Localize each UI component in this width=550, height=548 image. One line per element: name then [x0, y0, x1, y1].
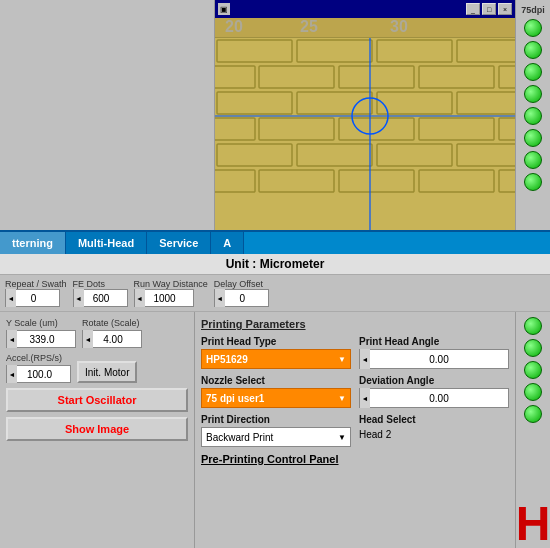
- left-controls-panel: Y Scale (um) ◄ Rotate (Scale) ◄: [0, 312, 195, 548]
- fe-dots-decrement[interactable]: ◄: [74, 289, 84, 307]
- deviation-angle-input[interactable]: [370, 393, 508, 404]
- fe-dots-spinner[interactable]: ◄: [73, 289, 128, 307]
- runway-distance-label: Run Way Distance: [134, 279, 208, 289]
- nozzle-select-group: Nozzle Select 75 dpi user1 ▼: [201, 375, 351, 408]
- titlebar-btns: _ □ ×: [466, 3, 512, 15]
- accel-label: Accel.(RPS/s): [6, 353, 71, 363]
- fe-dots-group: FE Dots ◄: [73, 279, 128, 307]
- svg-rect-13: [215, 118, 255, 140]
- print-head-angle-spinner[interactable]: ◄: [359, 349, 509, 369]
- repeat-swath-decrement[interactable]: ◄: [6, 289, 16, 307]
- print-head-type-label: Print Head Type: [201, 336, 351, 347]
- svg-rect-2: [377, 40, 452, 62]
- repeat-swath-spinner[interactable]: ◄: [5, 289, 60, 307]
- maximize-button[interactable]: □: [482, 3, 496, 15]
- repeat-swath-group: Repeat / Swath ◄: [5, 279, 67, 307]
- tab-a[interactable]: A: [211, 232, 244, 254]
- runway-distance-decrement[interactable]: ◄: [135, 289, 145, 307]
- image-panel: ▣ _ □ × 20 25 30: [215, 0, 515, 230]
- y-scale-label: Y Scale (um): [6, 318, 76, 328]
- print-head-type-value: HP51629: [206, 354, 338, 365]
- dpi-label: 75dpi: [521, 5, 545, 15]
- accel-input[interactable]: [17, 369, 62, 380]
- svg-rect-7: [419, 66, 494, 88]
- ruler-num-20: 20: [225, 18, 243, 36]
- accel-decrement[interactable]: ◄: [7, 365, 17, 383]
- svg-rect-25: [419, 170, 494, 192]
- accel-spinner[interactable]: ◄: [6, 365, 71, 383]
- show-image-button[interactable]: Show Image: [6, 417, 188, 441]
- led-5: [524, 107, 542, 125]
- tab-tterning[interactable]: tterning: [0, 232, 66, 254]
- brick-pattern: [215, 38, 515, 230]
- tab-service[interactable]: Service: [147, 232, 211, 254]
- svg-rect-0: [217, 40, 292, 62]
- print-direction-dropdown[interactable]: Backward Print ▼: [201, 427, 351, 447]
- printing-params-title: Printing Parameters: [201, 318, 509, 330]
- print-head-type-dropdown[interactable]: HP51629 ▼: [201, 349, 351, 369]
- nozzle-select-arrow: ▼: [338, 394, 346, 403]
- print-direction-value: Backward Print: [206, 432, 338, 443]
- led-b1: [524, 317, 542, 335]
- led-4: [524, 85, 542, 103]
- init-motor-button[interactable]: Init. Motor: [77, 361, 137, 383]
- led-3: [524, 63, 542, 81]
- titlebar-icon: ▣: [218, 3, 230, 15]
- svg-rect-26: [499, 170, 515, 192]
- print-direction-arrow: ▼: [338, 433, 346, 442]
- print-direction-group: Print Direction Backward Print ▼: [201, 414, 351, 447]
- y-scale-spinner[interactable]: ◄: [6, 330, 76, 348]
- svg-rect-20: [377, 144, 452, 166]
- svg-rect-15: [339, 118, 414, 140]
- led-6: [524, 129, 542, 147]
- led-7: [524, 151, 542, 169]
- runway-distance-spinner[interactable]: ◄: [134, 289, 194, 307]
- y-scale-group: Y Scale (um) ◄: [6, 318, 76, 348]
- repeat-swath-input[interactable]: [16, 293, 51, 304]
- y-scale-input[interactable]: [17, 334, 67, 345]
- rotate-spinner[interactable]: ◄: [82, 330, 142, 348]
- print-head-angle-decrement[interactable]: ◄: [360, 349, 370, 369]
- led-b4: [524, 383, 542, 401]
- runway-distance-group: Run Way Distance ◄: [134, 279, 208, 307]
- delay-offset-spinner[interactable]: ◄: [214, 289, 269, 307]
- head-select-label: Head Select: [359, 414, 509, 425]
- svg-rect-10: [297, 92, 372, 114]
- head-select-value-display: Head 2: [359, 427, 509, 442]
- svg-rect-8: [499, 66, 515, 88]
- led-b3: [524, 361, 542, 379]
- deviation-angle-decrement[interactable]: ◄: [360, 388, 370, 408]
- repeat-swath-label: Repeat / Swath: [5, 279, 67, 289]
- start-oscillator-button[interactable]: Start Oscillator: [6, 388, 188, 412]
- tab-multi-head[interactable]: Multi-Head: [66, 232, 147, 254]
- svg-rect-22: [215, 170, 255, 192]
- svg-rect-17: [499, 118, 515, 140]
- ruler-num-30: 30: [390, 18, 408, 36]
- rotate-group: Rotate (Scale) ◄: [82, 318, 142, 348]
- nozzle-select-dropdown[interactable]: 75 dpi user1 ▼: [201, 388, 351, 408]
- led-8: [524, 173, 542, 191]
- minimize-button[interactable]: _: [466, 3, 480, 15]
- svg-rect-4: [215, 66, 255, 88]
- rotate-input[interactable]: [93, 334, 133, 345]
- print-head-type-arrow: ▼: [338, 355, 346, 364]
- deviation-angle-spinner[interactable]: ◄: [359, 388, 509, 408]
- delay-offset-group: Delay Offset ◄: [214, 279, 269, 307]
- print-head-angle-input[interactable]: [370, 354, 508, 365]
- tab-bar: tterning Multi-Head Service A: [0, 230, 550, 254]
- svg-rect-24: [339, 170, 414, 192]
- ruler: 20 25 30: [215, 18, 515, 38]
- delay-offset-input[interactable]: [225, 293, 260, 304]
- deviation-angle-label: Deviation Angle: [359, 375, 509, 386]
- delay-offset-decrement[interactable]: ◄: [215, 289, 225, 307]
- led-2: [524, 41, 542, 59]
- svg-rect-21: [457, 144, 515, 166]
- print-head-angle-group: Print Head Angle ◄: [359, 336, 509, 369]
- led-1: [524, 19, 542, 37]
- fe-dots-input[interactable]: [84, 293, 119, 304]
- runway-distance-input[interactable]: [145, 293, 185, 304]
- close-button[interactable]: ×: [498, 3, 512, 15]
- rotate-decrement[interactable]: ◄: [83, 330, 93, 348]
- y-scale-decrement[interactable]: ◄: [7, 330, 17, 348]
- delay-offset-label: Delay Offset: [214, 279, 269, 289]
